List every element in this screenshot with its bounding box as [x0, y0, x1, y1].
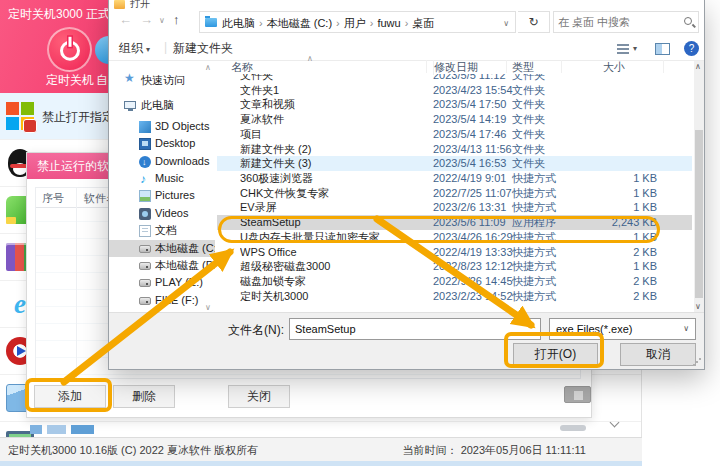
- open-file-dialog: 打开 ← → ∨ ↑ 此电脑本地磁盘 (C:)用户fuwu桌面 ∨ ↻ 组织▾ …: [108, 0, 705, 370]
- close-button[interactable]: 关闭: [228, 385, 290, 408]
- refresh-button[interactable]: ↻: [518, 11, 550, 33]
- power-button[interactable]: [47, 27, 92, 72]
- open-button[interactable]: 打开(O): [513, 343, 598, 366]
- file-name: 超级秘密磁盘3000: [240, 259, 425, 274]
- sidebar-item[interactable]: PLAY (E:): [109, 274, 215, 291]
- sidebar-item[interactable]: Desktop: [109, 135, 215, 152]
- table-row[interactable]: WPS Office 2022/4/19 13:33 快捷方式 2 KB: [217, 245, 692, 260]
- breadcrumb-item[interactable]: 本地磁盘 (C:): [267, 16, 344, 31]
- filetype-select[interactable]: exe Files(*.exe) ∨: [549, 318, 696, 340]
- table-row[interactable]: EV录屏 2023/2/6 13:31 快捷方式 1 KB: [217, 200, 692, 215]
- file-type: 快捷方式: [512, 200, 556, 215]
- second-tab-label: 自: [96, 72, 108, 89]
- table-row[interactable]: 新建文件夹 (2) 2023/4/13 11:56 文件夹: [217, 142, 692, 157]
- search-box[interactable]: [553, 11, 699, 33]
- sidebar-item[interactable]: Downloads: [109, 153, 215, 170]
- column-header-date[interactable]: 修改日期: [433, 60, 478, 75]
- file-list-scrollbar[interactable]: ∧ ∨: [694, 61, 704, 312]
- file-type: 文件夹: [512, 112, 545, 127]
- file-type: 文件夹: [512, 127, 545, 142]
- table-row[interactable]: 定时关机3000 2023/2/23 14:52 快捷方式 2 KB: [217, 289, 692, 304]
- breadcrumb-item[interactable]: 桌面: [412, 16, 442, 31]
- filename-input[interactable]: [289, 318, 541, 340]
- file-type: 文件夹: [512, 74, 545, 83]
- table-row[interactable]: 磁盘加锁专家 2022/9/26 14:45 快捷方式 2 KB: [217, 274, 692, 289]
- back-icon[interactable]: ←: [119, 12, 132, 27]
- scroll-down-icon[interactable]: ∨: [695, 302, 701, 311]
- gray-button[interactable]: [564, 386, 591, 403]
- file-date: 2023/5/4 17:50: [433, 97, 506, 112]
- sidebar-item[interactable]: Music: [109, 170, 215, 187]
- sidebar-scroll-up-icon[interactable]: ∧: [205, 63, 211, 72]
- address-bar[interactable]: 此电脑本地磁盘 (C:)用户fuwu桌面 ∨: [199, 11, 516, 33]
- window-bottom-edge: [0, 461, 642, 466]
- table-row[interactable]: 夏冰软件 2023/5/4 14:19 文件夹: [217, 112, 692, 127]
- help-icon[interactable]: ?: [684, 41, 699, 56]
- address-dropdown-icon[interactable]: ∨: [503, 19, 509, 28]
- scrollbar-thumb[interactable]: [695, 130, 703, 298]
- table-row[interactable]: 360极速浏览器 2022/4/19 9:01 快捷方式 1 KB: [217, 171, 692, 186]
- add-button[interactable]: 添加: [34, 385, 106, 408]
- file-type: 文件夹: [512, 156, 545, 171]
- refresh-icon: ↻: [528, 15, 538, 29]
- sidebar-item[interactable]: FILE (F:): [109, 292, 215, 309]
- table-row[interactable]: 超级秘密磁盘3000 2022/8/23 12:12 快捷方式 1 KB: [217, 259, 692, 274]
- sidebar-item[interactable]: Videos: [109, 205, 215, 222]
- breadcrumb-item[interactable]: fuwu: [377, 17, 412, 29]
- forward-icon[interactable]: →: [140, 12, 153, 27]
- table-row[interactable]: 文件夹1 2023/4/23 15:54 文件夹: [217, 83, 692, 98]
- sidebar-item[interactable]: 本地磁盘 (D:): [109, 257, 215, 274]
- table-row[interactable]: U盘内存卡批量只读加密专家 2023/4/26 16:29 快捷方式 1 KB: [217, 230, 692, 245]
- new-folder-button[interactable]: 新建文件夹: [173, 40, 233, 57]
- column-divider[interactable]: [426, 60, 427, 73]
- sidebar-item[interactable]: 本地磁盘 (C:): [109, 240, 215, 257]
- file-date: 2023/5/5 11:12: [433, 74, 506, 83]
- scroll-up-icon[interactable]: ∧: [695, 62, 701, 71]
- table-row[interactable]: 文章和视频 2023/5/4 17:50 文件夹: [217, 97, 692, 112]
- file-date: 2022/7/25 11:07: [433, 186, 512, 201]
- sidebar-item-icon: [139, 245, 151, 253]
- view-mode-icon[interactable]: [617, 44, 629, 54]
- resize-grip[interactable]: [693, 358, 701, 366]
- status-bar: 定时关机3000 10.16版 (C) 2022 夏冰软件 版权所有 当前时间：…: [0, 437, 642, 461]
- column-header-type[interactable]: 类型: [512, 60, 534, 75]
- view-mode-caret-icon[interactable]: ▾: [633, 44, 637, 53]
- sidebar-item[interactable]: 快速访问: [109, 72, 215, 89]
- file-name: 文件夹: [240, 74, 425, 83]
- preview-pane-icon[interactable]: [655, 43, 670, 55]
- column-header-name[interactable]: 名称: [231, 60, 253, 75]
- file-date: 2023/4/23 15:54: [433, 83, 513, 98]
- table-row[interactable]: SteamSetup 2023/5/6 11:09 应用程序 2,243 KB: [217, 215, 692, 230]
- sidebar-item[interactable]: 文档: [109, 222, 215, 239]
- search-input[interactable]: [558, 14, 676, 30]
- table-row[interactable]: CHK文件恢复专家 2022/7/25 11:07 快捷方式 1 KB: [217, 186, 692, 201]
- breadcrumb-item[interactable]: 用户: [344, 16, 378, 31]
- sidebar-item-icon: [139, 208, 151, 220]
- file-name: WPS Office: [240, 245, 425, 260]
- sidebar-item[interactable]: 3D Objects: [109, 118, 215, 135]
- scroll-down-icon[interactable]: [611, 419, 619, 427]
- column-divider[interactable]: [506, 60, 507, 73]
- file-type: 快捷方式: [512, 289, 556, 304]
- up-icon[interactable]: ↑: [173, 12, 180, 27]
- cancel-button[interactable]: 取消: [620, 343, 696, 366]
- sidebar-scroll-down-icon[interactable]: ∨: [205, 303, 211, 312]
- sidebar-item-icon: [139, 279, 151, 287]
- file-icon: [222, 129, 234, 140]
- history-chevron-icon[interactable]: ∨: [159, 16, 165, 25]
- sidebar-item[interactable]: 此电脑: [109, 97, 215, 114]
- horizontal-scrollbar-thumb[interactable]: [560, 425, 586, 431]
- column-divider[interactable]: [663, 60, 664, 73]
- delete-button[interactable]: 删除: [113, 385, 175, 408]
- file-size: 1 KB: [565, 200, 657, 215]
- column-divider[interactable]: [561, 60, 562, 73]
- sidebar-item[interactable]: Pictures: [109, 187, 215, 204]
- column-header-size[interactable]: 大小: [567, 60, 625, 75]
- table-row[interactable]: 文件夹 2023/5/5 11:12 文件夹: [217, 74, 692, 83]
- breadcrumb-item[interactable]: 此电脑: [222, 16, 267, 31]
- table-row[interactable]: 项目 2023/5/4 17:46 文件夹: [217, 127, 692, 142]
- feature-row[interactable]: [0, 422, 641, 437]
- organize-menu[interactable]: 组织▾: [119, 40, 150, 57]
- file-name: 磁盘加锁专家: [240, 274, 425, 289]
- table-row[interactable]: 新建文件夹 (3) 2023/5/4 16:53 文件夹: [217, 156, 692, 171]
